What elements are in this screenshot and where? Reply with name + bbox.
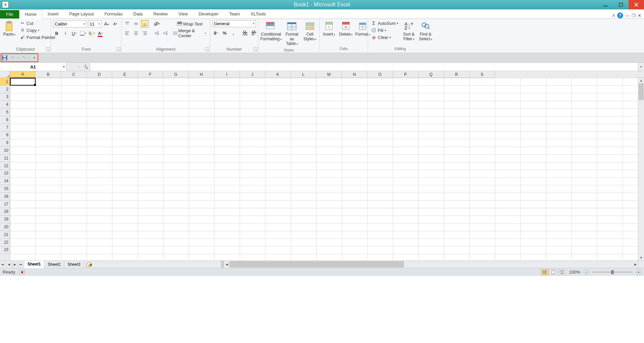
paste-button[interactable]: Paste bbox=[2, 20, 17, 38]
number-format-combo[interactable]: General bbox=[212, 20, 256, 27]
align-center-button[interactable] bbox=[132, 30, 140, 37]
chevron-down-icon[interactable]: ▾ bbox=[63, 65, 65, 68]
format-as-table-button[interactable]: Format as Table bbox=[283, 20, 301, 47]
merge-center-button[interactable]: Merge & Center bbox=[171, 30, 208, 37]
row-header[interactable]: 12 bbox=[0, 162, 10, 170]
decrease-indent-button[interactable] bbox=[153, 30, 160, 37]
active-cell[interactable] bbox=[10, 78, 36, 86]
fill-handle[interactable] bbox=[34, 84, 36, 86]
save-button[interactable] bbox=[1, 54, 8, 61]
row-header[interactable]: 3 bbox=[0, 93, 10, 101]
fill-color-button[interactable] bbox=[88, 30, 95, 37]
column-header[interactable]: O bbox=[367, 71, 393, 78]
window-restore-icon[interactable]: ❐ bbox=[632, 13, 636, 18]
new-sheet-button[interactable]: ✶ bbox=[84, 261, 93, 268]
row-header[interactable]: 9 bbox=[0, 139, 10, 147]
sort-filter-button[interactable]: AZ Sort & Filter bbox=[401, 20, 416, 42]
select-all-button[interactable] bbox=[0, 71, 10, 78]
row-header[interactable]: 21 bbox=[0, 231, 10, 239]
font-color-button[interactable]: A bbox=[97, 30, 104, 37]
align-top-button[interactable] bbox=[124, 20, 131, 28]
redo-button[interactable]: ↷ bbox=[20, 54, 27, 61]
column-header[interactable]: J bbox=[240, 71, 265, 78]
scroll-up-button[interactable]: ▲ bbox=[638, 78, 644, 83]
zoom-out-button[interactable]: − bbox=[584, 270, 589, 275]
row-header[interactable]: 16 bbox=[0, 193, 10, 200]
column-header[interactable]: B bbox=[36, 71, 61, 78]
column-header[interactable]: H bbox=[189, 71, 214, 78]
find-select-button[interactable]: Find & Select bbox=[418, 20, 433, 42]
row-header[interactable]: 7 bbox=[0, 124, 10, 132]
align-bottom-button[interactable] bbox=[141, 20, 148, 28]
tab-insert[interactable]: Insert bbox=[42, 10, 64, 18]
accounting-format-button[interactable]: $ bbox=[212, 29, 220, 37]
column-header[interactable]: S bbox=[469, 71, 495, 78]
row-header[interactable]: 14 bbox=[0, 177, 10, 185]
tab-file[interactable]: File bbox=[0, 10, 19, 18]
sheet-tab[interactable]: Sheet3 bbox=[64, 261, 84, 268]
row-header[interactable]: 13 bbox=[0, 170, 10, 178]
sheet-tab[interactable]: Sheet1 bbox=[24, 261, 44, 268]
dialog-launcher-icon[interactable]: ↘ bbox=[46, 47, 50, 51]
scroll-thumb[interactable] bbox=[229, 261, 404, 267]
row-header[interactable]: 18 bbox=[0, 208, 10, 216]
first-sheet-button[interactable]: ⏮ bbox=[0, 261, 6, 268]
minimize-button[interactable] bbox=[598, 0, 613, 9]
font-name-combo[interactable]: Calibri bbox=[53, 20, 87, 28]
column-header[interactable]: R bbox=[444, 71, 469, 78]
undo-button[interactable]: ↶ bbox=[9, 54, 16, 61]
tab-page-layout[interactable]: Page Layout bbox=[64, 10, 99, 18]
tab-xltools[interactable]: XLTools bbox=[245, 10, 271, 18]
column-header[interactable]: K bbox=[265, 71, 291, 78]
conditional-formatting-button[interactable]: Conditional Formatting bbox=[261, 20, 281, 42]
italic-button[interactable]: I bbox=[62, 30, 69, 37]
wrap-text-button[interactable]: abcWrap Text bbox=[171, 20, 208, 28]
scroll-down-button[interactable]: ▼ bbox=[638, 255, 644, 260]
close-button[interactable] bbox=[629, 0, 644, 9]
dialog-launcher-icon[interactable]: ↘ bbox=[254, 47, 258, 51]
row-header[interactable]: 5 bbox=[0, 108, 10, 116]
next-sheet-button[interactable]: ▶ bbox=[12, 261, 18, 268]
column-header[interactable]: P bbox=[393, 71, 418, 78]
column-header[interactable]: D bbox=[87, 71, 112, 78]
zoom-level[interactable]: 100% bbox=[569, 270, 580, 275]
underline-button[interactable]: U bbox=[71, 30, 78, 37]
row-header[interactable]: 22 bbox=[0, 239, 10, 246]
row-header[interactable]: 4 bbox=[0, 101, 10, 108]
tab-split-handle[interactable] bbox=[221, 261, 224, 268]
tab-formulas[interactable]: Formulas bbox=[99, 10, 128, 18]
row-header[interactable]: 10 bbox=[0, 147, 10, 154]
last-sheet-button[interactable]: ⏭ bbox=[18, 261, 24, 268]
clear-button[interactable]: Clear▾ bbox=[370, 34, 399, 40]
increase-indent-button[interactable] bbox=[162, 30, 169, 37]
tab-developer[interactable]: Developer bbox=[193, 10, 224, 18]
grow-font-button[interactable]: A▴ bbox=[103, 20, 110, 28]
page-layout-view-button[interactable] bbox=[550, 269, 557, 275]
cell-area[interactable] bbox=[10, 78, 638, 260]
scroll-thumb[interactable] bbox=[639, 83, 644, 100]
comma-button[interactable]: , bbox=[230, 29, 237, 37]
column-header[interactable]: I bbox=[214, 71, 240, 78]
row-header[interactable]: 15 bbox=[0, 185, 10, 193]
orientation-button[interactable]: ab bbox=[153, 20, 160, 28]
autosum-button[interactable]: ΣAutoSum▾ bbox=[370, 20, 399, 26]
row-header[interactable]: 11 bbox=[0, 154, 10, 162]
align-left-button[interactable] bbox=[124, 30, 131, 37]
horizontal-scrollbar[interactable]: ◀ ▶ bbox=[224, 261, 638, 268]
column-header[interactable]: Q bbox=[418, 71, 444, 78]
fill-button[interactable]: Fill▾ bbox=[370, 27, 399, 33]
dialog-launcher-icon[interactable]: ↘ bbox=[117, 47, 121, 51]
row-header[interactable]: 2 bbox=[0, 86, 10, 93]
zoom-in-button[interactable]: + bbox=[636, 270, 641, 275]
fx-icon[interactable]: fx bbox=[85, 64, 88, 70]
prev-sheet-button[interactable]: ◀ bbox=[6, 261, 12, 268]
window-min-icon[interactable]: — bbox=[625, 13, 630, 18]
row-header[interactable]: 1 bbox=[0, 78, 10, 86]
help-icon[interactable]: ? bbox=[617, 12, 623, 18]
macro-record-icon[interactable] bbox=[19, 270, 25, 275]
row-header[interactable]: 19 bbox=[0, 215, 10, 223]
customize-qat-button[interactable]: ▾ bbox=[31, 54, 38, 61]
window-close-icon[interactable]: ✕ bbox=[638, 13, 641, 18]
shrink-font-button[interactable]: A▾ bbox=[111, 20, 119, 28]
percent-button[interactable]: % bbox=[221, 29, 228, 37]
